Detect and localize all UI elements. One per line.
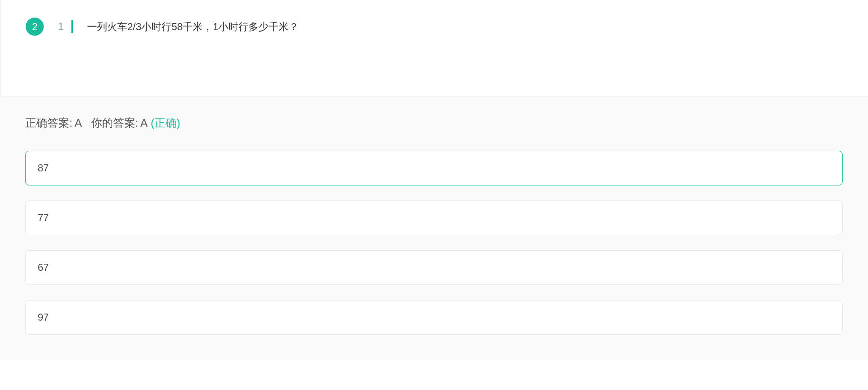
inner-number-wrap: 1: [58, 20, 73, 33]
your-answer-block: 你的答案: A (正确): [91, 116, 180, 131]
inner-question-number: 1: [58, 20, 64, 33]
result-status-text: (正确): [151, 116, 181, 131]
answer-status-row: 正确答案: A 你的答案: A (正确): [25, 116, 843, 131]
options-list: 87 77 67 97: [25, 151, 843, 335]
option-b[interactable]: 77: [25, 201, 843, 235]
correct-answer-label: 正确答案:: [25, 116, 72, 131]
option-text: 77: [38, 212, 49, 223]
option-text: 97: [38, 312, 49, 323]
option-text: 67: [38, 262, 49, 273]
question-text: 一列火车2/3小时行58千米，1小时行多少千米？: [87, 20, 299, 34]
your-answer-label: 你的答案:: [91, 116, 138, 131]
option-c[interactable]: 67: [25, 250, 843, 285]
your-answer-value: A: [140, 117, 148, 130]
question-header: 2 1 一列火车2/3小时行58千米，1小时行多少千米？: [26, 18, 843, 36]
answer-section: 正确答案: A 你的答案: A (正确) 87 77 67 97: [0, 96, 868, 360]
divider-icon: [71, 20, 73, 33]
option-d[interactable]: 97: [25, 300, 843, 335]
question-section: 2 1 一列火车2/3小时行58千米，1小时行多少千米？: [0, 0, 868, 96]
option-a[interactable]: 87: [25, 151, 843, 185]
correct-answer-value: A: [74, 117, 82, 130]
correct-answer-block: 正确答案: A: [25, 116, 82, 131]
question-number-badge: 2: [26, 18, 44, 36]
option-text: 87: [38, 162, 49, 173]
